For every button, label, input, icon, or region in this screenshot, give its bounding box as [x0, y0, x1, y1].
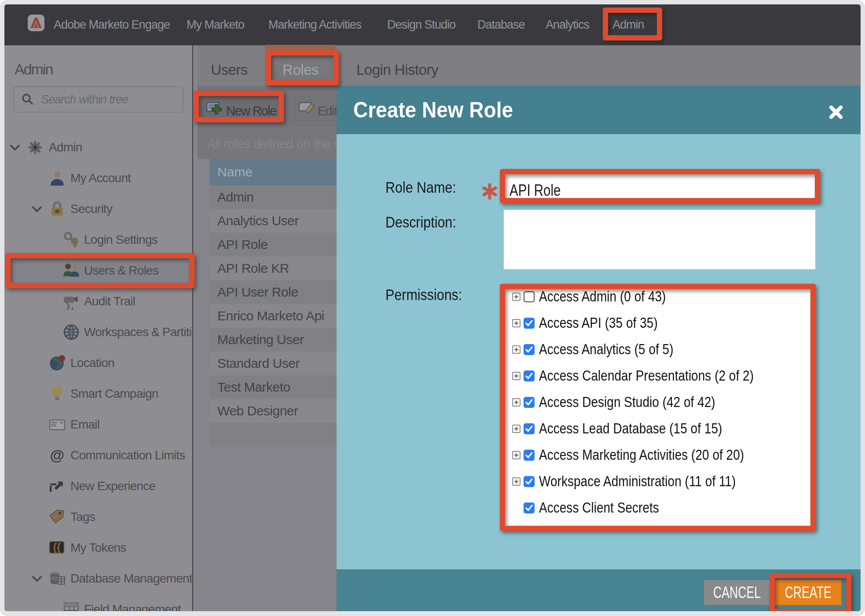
svg-text:@: @	[50, 447, 65, 463]
svg-text:{{: {{	[53, 542, 61, 553]
